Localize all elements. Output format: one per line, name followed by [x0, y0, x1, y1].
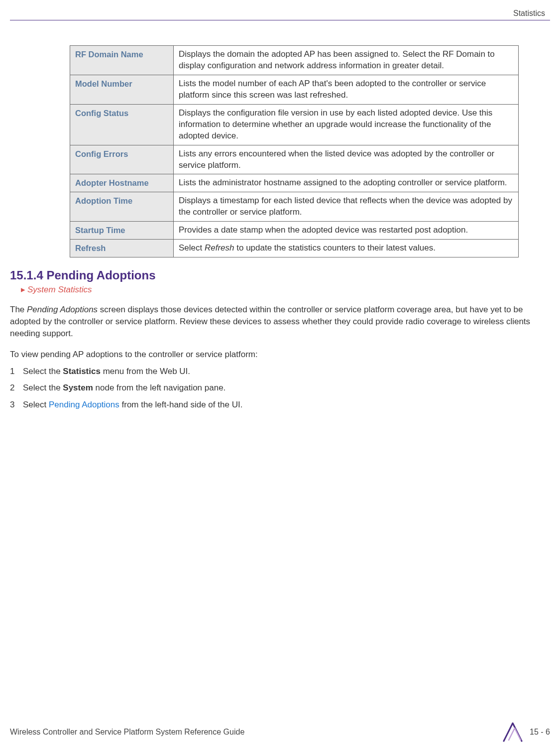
footer-logo-icon	[503, 722, 523, 742]
step-number: 1	[10, 366, 23, 378]
desc-cell: Displays the configuration file version …	[174, 104, 519, 145]
step-text: Select the Statistics menu from the Web …	[23, 366, 190, 378]
table-row: RF Domain Name Displays the domain the a…	[70, 46, 519, 75]
step-bold: System	[63, 383, 93, 392]
term-cell: Model Number	[70, 75, 174, 104]
table-row: Startup Time Provides a date stamp when …	[70, 222, 519, 240]
header-chapter: Statistics	[10, 9, 550, 18]
table-row: Model Number Lists the model number of e…	[70, 75, 519, 104]
term-cell: Config Status	[70, 104, 174, 145]
steps-list: 1 Select the Statistics menu from the We…	[10, 366, 550, 411]
step-number: 3	[10, 399, 23, 411]
page-footer: Wireless Controller and Service Platform…	[10, 722, 550, 742]
table-row: Adoption Time Displays a timestamp for e…	[70, 192, 519, 222]
step-number: 2	[10, 382, 23, 394]
desc-prefix: Select	[179, 243, 205, 252]
term-cell: Adoption Time	[70, 192, 174, 222]
table-row: Adopter Hostname Lists the administrator…	[70, 174, 519, 192]
steps-intro: To view pending AP adoptions to the cont…	[10, 350, 550, 360]
definitions-table: RF Domain Name Displays the domain the a…	[70, 45, 519, 257]
step-text: Select Pending Adoptions from the left-h…	[23, 399, 242, 411]
table-row: Config Errors Lists any errors encounter…	[70, 145, 519, 174]
desc-cell: Select Refresh to update the statistics …	[174, 240, 519, 257]
table-row: Config Status Displays the configuration…	[70, 104, 519, 145]
desc-cell: Displays a timestamp for each listed dev…	[174, 192, 519, 222]
desc-cell: Lists the model number of each AP that's…	[174, 75, 519, 104]
term-cell: Startup Time	[70, 222, 174, 240]
step-item: 2 Select the System node from the left n…	[10, 382, 550, 394]
footer-title: Wireless Controller and Service Platform…	[10, 728, 244, 737]
breadcrumb[interactable]: ▸System Statistics	[21, 284, 550, 295]
arrow-icon: ▸	[21, 285, 25, 294]
desc-cell: Lists the administrator hostname assigne…	[174, 174, 519, 192]
desc-cell: Displays the domain the adopted AP has b…	[174, 46, 519, 75]
desc-italic: Refresh	[205, 243, 234, 252]
term-cell: Adopter Hostname	[70, 174, 174, 192]
step-bold: Statistics	[63, 367, 101, 376]
header-divider	[10, 20, 550, 20]
table-row: Refresh Select Refresh to update the sta…	[70, 240, 519, 257]
desc-cell: Lists any errors encountered when the li…	[174, 145, 519, 174]
step-item: 1 Select the Statistics menu from the We…	[10, 366, 550, 378]
section-heading: 15.1.4 Pending Adoptions	[10, 268, 550, 282]
desc-cell: Provides a date stamp when the adopted d…	[174, 222, 519, 240]
step-text: Select the System node from the left nav…	[23, 382, 225, 394]
term-cell: Config Errors	[70, 145, 174, 174]
step-link[interactable]: Pending Adoptions	[49, 400, 119, 409]
step-item: 3 Select Pending Adoptions from the left…	[10, 399, 550, 411]
section-intro: The Pending Adoptions screen displays th…	[10, 304, 550, 339]
term-cell: RF Domain Name	[70, 46, 174, 75]
footer-page-number: 15 - 6	[530, 728, 550, 737]
breadcrumb-link[interactable]: System Statistics	[27, 285, 92, 294]
desc-suffix: to update the statistics counters to the…	[234, 243, 436, 252]
intro-prefix: The	[10, 305, 27, 314]
term-cell: Refresh	[70, 240, 174, 257]
intro-italic: Pending Adoptions	[27, 305, 98, 314]
